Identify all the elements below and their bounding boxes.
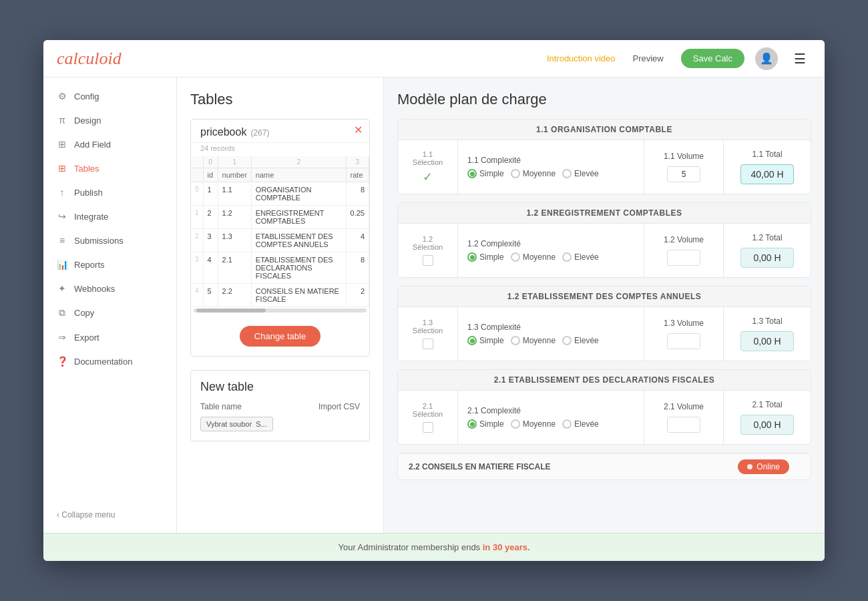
preview-button[interactable]: Preview: [626, 49, 670, 67]
selection-col: 1.3Sélection: [398, 307, 458, 361]
volume-input[interactable]: [667, 166, 700, 182]
sidebar-item-design[interactable]: π Design: [43, 108, 176, 132]
sidebar-item-submissions[interactable]: ≡ Submissions: [43, 228, 176, 252]
table-card: ✕ pricebook (267) 24 records 0 1: [190, 119, 370, 357]
volume-input[interactable]: [667, 417, 700, 433]
radio-label: Moyenne: [523, 419, 556, 429]
file-placeholder: S...: [256, 420, 267, 428]
user-icon-button[interactable]: 👤: [755, 47, 778, 70]
radio-item[interactable]: Simple: [467, 336, 504, 345]
radio-label: Elevée: [574, 419, 599, 429]
row-index: 0: [191, 182, 203, 206]
selection-checkbox[interactable]: [423, 255, 433, 266]
selection-col: 1.2Sélection: [398, 224, 458, 277]
radio-item[interactable]: Elevée: [562, 419, 599, 429]
radio-group: Simple Moyenne Elevée: [467, 252, 634, 262]
radio-item[interactable]: Simple: [467, 252, 504, 262]
table-row: 3 4 2.1 ETABLISSEMENT DES DECLARATIONS F…: [191, 252, 369, 284]
webhooks-icon: ✦: [57, 283, 67, 294]
close-table-button[interactable]: ✕: [354, 125, 363, 136]
cell-id: 3: [203, 229, 218, 252]
table-card-header: pricebook (267): [191, 120, 369, 143]
volume-label: 1.3 Volume: [664, 319, 704, 328]
cell-id: 4: [203, 252, 218, 284]
new-table-section: New table Table name Import CSV Vybrat s…: [190, 370, 370, 441]
radio-label: Simple: [479, 169, 504, 178]
model-title: Modèle plan de charge: [397, 91, 811, 108]
section-block-s21: 2.1 ETABLISSEMENT DES DECLARATIONS FISCA…: [397, 369, 811, 445]
radio-item[interactable]: Elevée: [562, 336, 599, 345]
submissions-icon: ≡: [57, 235, 67, 246]
file-upload-button[interactable]: Vybrat soubor S...: [200, 417, 273, 431]
table-name-label: Table name: [200, 402, 312, 411]
sidebar-item-tables[interactable]: ⊞ Tables: [43, 156, 176, 180]
sidebar-item-webhooks[interactable]: ✦ Webhooks: [43, 276, 176, 300]
radio-item[interactable]: Moyenne: [511, 336, 556, 345]
table-row: 4 5 2.2 CONSEILS EN MATIERE FISCALE 2: [191, 284, 369, 307]
total-col: 1.3 Total 0,00 H: [724, 307, 811, 361]
sidebar-label-integrate: Integrate: [74, 212, 108, 222]
footer-section-label: 2.2 CONSEILS EN MATIERE FISCALE: [409, 462, 550, 471]
radio-item[interactable]: Simple: [467, 419, 504, 429]
sidebar: ⚙ Config π Design ⊞ Add Field ⊞ Tables ↑…: [43, 77, 177, 533]
sidebar-item-reports[interactable]: 📊 Reports: [43, 252, 176, 276]
complexity-label: 1.1 Complexité: [467, 156, 634, 165]
integrate-icon: ↪: [57, 211, 67, 222]
sidebar-label-reports: Reports: [74, 260, 105, 270]
cell-number: 2.1: [218, 252, 251, 284]
radio-item[interactable]: Elevée: [562, 169, 599, 178]
selection-checkbox[interactable]: [423, 339, 433, 349]
sidebar-label-documentation: Documentation: [74, 357, 132, 367]
footer-section-row: 2.2 CONSEILS EN MATIERE FISCALE Online: [398, 453, 811, 479]
radio-item[interactable]: Moyenne: [511, 419, 556, 429]
total-label: 1.3 Total: [752, 317, 782, 326]
middle-col: 1.2 Complexité Simple Moyenne Elevée: [458, 224, 644, 277]
sidebar-item-publish[interactable]: ↑ Publish: [43, 180, 176, 204]
online-badge: Online: [738, 459, 789, 474]
radio-item[interactable]: Moyenne: [511, 252, 556, 262]
radio-group: Simple Moyenne Elevée: [467, 419, 634, 429]
save-calc-button[interactable]: Save Calc: [681, 49, 744, 68]
sidebar-item-copy[interactable]: ⧉ Copy: [43, 300, 176, 325]
radio-item[interactable]: Elevée: [562, 252, 599, 262]
collapse-menu[interactable]: ‹ Collapse menu: [43, 504, 176, 526]
selection-col: 1.1Sélection✓: [398, 140, 458, 194]
cell-name: ENREGISTREMENT COMPTABLES: [251, 206, 346, 229]
selection-label: 1.3Sélection: [413, 319, 443, 335]
radio-label: Moyenne: [523, 336, 556, 345]
sidebar-item-documentation[interactable]: ❓ Documentation: [43, 349, 176, 373]
data-table-wrapper: 0 1 2 3 id number name: [191, 156, 369, 307]
sidebar-item-export[interactable]: ⇒ Export: [43, 325, 176, 349]
hamburger-button[interactable]: ☰: [789, 48, 811, 69]
radio-item[interactable]: Moyenne: [511, 169, 556, 178]
sidebar-item-add-field[interactable]: ⊞ Add Field: [43, 132, 176, 156]
cell-number: 2.2: [218, 284, 251, 307]
row-index: 1: [191, 206, 203, 229]
volume-input[interactable]: [667, 333, 700, 349]
radio-circle: [467, 336, 477, 345]
total-label: 1.1 Total: [752, 150, 782, 159]
row-index: 4: [191, 284, 203, 307]
cell-name: ETABLISSEMENT DES DECLARATIONS FISCALES: [251, 252, 346, 284]
section-header-s12: 1.2 ENREGISTREMENT COMPTABLES: [398, 203, 811, 224]
new-table-title: New table: [200, 380, 360, 394]
sidebar-item-integrate[interactable]: ↪ Integrate: [43, 204, 176, 228]
col-header-name: name: [251, 168, 346, 182]
section-header-s13: 1.2 ETABLISSEMENT DES COMPTES ANNUELS: [398, 286, 811, 307]
tables-panel-title: Tables: [190, 91, 370, 108]
selection-checkmark[interactable]: ✓: [421, 170, 435, 184]
intro-video-link[interactable]: Introduction video: [547, 53, 616, 63]
content-area: Tables ✕ pricebook (267) 24 records: [177, 77, 825, 533]
sidebar-item-config[interactable]: ⚙ Config: [43, 84, 176, 108]
total-col: 1.1 Total 40,00 H: [724, 140, 811, 194]
volume-input[interactable]: [667, 250, 700, 266]
section-header-s11: 1.1 ORGANISATION COMPTABLE: [398, 120, 811, 140]
change-table-button[interactable]: Change table: [240, 326, 320, 347]
cell-id: 2: [203, 206, 218, 229]
radio-item[interactable]: Simple: [467, 169, 504, 178]
sidebar-label-config: Config: [74, 91, 99, 102]
selection-checkbox[interactable]: [423, 422, 433, 433]
radio-label: Elevée: [574, 169, 599, 178]
sidebar-label-copy: Copy: [74, 308, 94, 318]
section-block-s12: 1.2 ENREGISTREMENT COMPTABLES1.2Sélectio…: [397, 202, 811, 278]
